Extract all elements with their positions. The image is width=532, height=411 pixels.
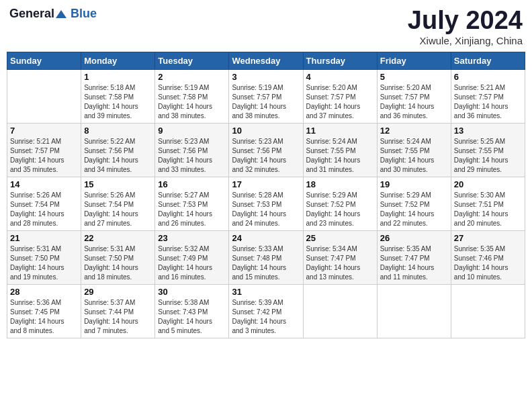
day-number: 11 [306, 126, 374, 136]
month-title: July 2024 [408, 7, 523, 35]
day-cell: 8Sunrise: 5:22 AM Sunset: 7:56 PM Daylig… [81, 123, 155, 177]
day-header-friday: Friday [377, 52, 451, 69]
day-info: Sunrise: 5:20 AM Sunset: 7:57 PM Dayligh… [380, 83, 448, 121]
day-info: Sunrise: 5:21 AM Sunset: 7:57 PM Dayligh… [454, 83, 522, 121]
logo-blue-text: Blue [71, 7, 97, 21]
day-header-wednesday: Wednesday [229, 52, 303, 69]
title-block: July 2024 Xiwule, Xinjiang, China [408, 7, 523, 46]
day-info: Sunrise: 5:34 AM Sunset: 7:47 PM Dayligh… [306, 244, 374, 282]
day-cell: 26Sunrise: 5:35 AM Sunset: 7:47 PM Dayli… [377, 230, 451, 284]
day-info: Sunrise: 5:24 AM Sunset: 7:55 PM Dayligh… [306, 137, 374, 175]
day-header-thursday: Thursday [303, 52, 377, 69]
day-cell [303, 284, 377, 338]
day-info: Sunrise: 5:19 AM Sunset: 7:58 PM Dayligh… [158, 83, 226, 121]
day-cell: 23Sunrise: 5:32 AM Sunset: 7:49 PM Dayli… [155, 230, 229, 284]
day-number: 28 [10, 287, 78, 297]
week-row-3: 14Sunrise: 5:26 AM Sunset: 7:54 PM Dayli… [7, 177, 525, 230]
day-number: 22 [84, 233, 152, 243]
day-cell: 13Sunrise: 5:25 AM Sunset: 7:55 PM Dayli… [451, 123, 525, 177]
calendar-table: SundayMondayTuesdayWednesdayThursdayFrid… [7, 52, 525, 338]
day-info: Sunrise: 5:24 AM Sunset: 7:55 PM Dayligh… [380, 137, 448, 175]
day-info: Sunrise: 5:31 AM Sunset: 7:50 PM Dayligh… [10, 244, 78, 282]
day-number: 31 [232, 287, 300, 297]
day-cell: 29Sunrise: 5:37 AM Sunset: 7:44 PM Dayli… [81, 284, 155, 338]
day-info: Sunrise: 5:18 AM Sunset: 7:58 PM Dayligh… [84, 83, 152, 121]
day-info: Sunrise: 5:23 AM Sunset: 7:56 PM Dayligh… [232, 137, 300, 175]
day-cell: 5Sunrise: 5:20 AM Sunset: 7:57 PM Daylig… [377, 69, 451, 123]
day-info: Sunrise: 5:28 AM Sunset: 7:53 PM Dayligh… [232, 191, 300, 228]
day-number: 6 [454, 72, 522, 82]
day-info: Sunrise: 5:22 AM Sunset: 7:56 PM Dayligh… [84, 137, 152, 175]
day-number: 18 [306, 179, 374, 189]
day-number: 21 [10, 233, 78, 243]
day-cell [451, 284, 525, 338]
day-info: Sunrise: 5:21 AM Sunset: 7:57 PM Dayligh… [10, 137, 78, 175]
day-number: 8 [84, 126, 152, 136]
day-cell: 10Sunrise: 5:23 AM Sunset: 7:56 PM Dayli… [229, 123, 303, 177]
day-info: Sunrise: 5:38 AM Sunset: 7:43 PM Dayligh… [158, 298, 226, 336]
day-header-tuesday: Tuesday [155, 52, 229, 69]
day-info: Sunrise: 5:23 AM Sunset: 7:56 PM Dayligh… [158, 137, 226, 175]
day-cell: 11Sunrise: 5:24 AM Sunset: 7:55 PM Dayli… [303, 123, 377, 177]
day-info: Sunrise: 5:29 AM Sunset: 7:52 PM Dayligh… [306, 191, 374, 228]
day-number: 13 [454, 126, 522, 136]
location-subtitle: Xiwule, Xinjiang, China [408, 35, 523, 46]
day-header-monday: Monday [81, 52, 155, 69]
day-cell: 12Sunrise: 5:24 AM Sunset: 7:55 PM Dayli… [377, 123, 451, 177]
day-cell [377, 284, 451, 338]
day-header-sunday: Sunday [7, 52, 81, 69]
day-info: Sunrise: 5:26 AM Sunset: 7:54 PM Dayligh… [84, 191, 152, 228]
day-number: 19 [380, 179, 448, 189]
day-cell: 19Sunrise: 5:29 AM Sunset: 7:52 PM Dayli… [377, 177, 451, 230]
day-cell: 3Sunrise: 5:19 AM Sunset: 7:57 PM Daylig… [229, 69, 303, 123]
day-number: 2 [158, 72, 226, 82]
day-cell: 21Sunrise: 5:31 AM Sunset: 7:50 PM Dayli… [7, 230, 81, 284]
day-number: 7 [10, 126, 78, 136]
day-number: 14 [10, 179, 78, 189]
day-info: Sunrise: 5:29 AM Sunset: 7:52 PM Dayligh… [380, 191, 448, 228]
day-cell: 18Sunrise: 5:29 AM Sunset: 7:52 PM Dayli… [303, 177, 377, 230]
day-number: 30 [158, 287, 226, 297]
day-info: Sunrise: 5:19 AM Sunset: 7:57 PM Dayligh… [232, 83, 300, 121]
day-info: Sunrise: 5:25 AM Sunset: 7:55 PM Dayligh… [454, 137, 522, 175]
day-cell: 9Sunrise: 5:23 AM Sunset: 7:56 PM Daylig… [155, 123, 229, 177]
day-number: 17 [232, 179, 300, 189]
day-cell: 20Sunrise: 5:30 AM Sunset: 7:51 PM Dayli… [451, 177, 525, 230]
day-number: 29 [84, 287, 152, 297]
day-cell: 14Sunrise: 5:26 AM Sunset: 7:54 PM Dayli… [7, 177, 81, 230]
day-cell [7, 69, 81, 123]
day-number: 20 [454, 179, 522, 189]
day-number: 10 [232, 126, 300, 136]
day-number: 25 [306, 233, 374, 243]
day-cell: 31Sunrise: 5:39 AM Sunset: 7:42 PM Dayli… [229, 284, 303, 338]
day-cell: 22Sunrise: 5:31 AM Sunset: 7:50 PM Dayli… [81, 230, 155, 284]
day-number: 3 [232, 72, 300, 82]
day-number: 16 [158, 179, 226, 189]
day-cell: 24Sunrise: 5:33 AM Sunset: 7:48 PM Dayli… [229, 230, 303, 284]
day-cell: 15Sunrise: 5:26 AM Sunset: 7:54 PM Dayli… [81, 177, 155, 230]
day-info: Sunrise: 5:20 AM Sunset: 7:57 PM Dayligh… [306, 83, 374, 121]
day-cell: 25Sunrise: 5:34 AM Sunset: 7:47 PM Dayli… [303, 230, 377, 284]
day-cell: 1Sunrise: 5:18 AM Sunset: 7:58 PM Daylig… [81, 69, 155, 123]
day-number: 1 [84, 72, 152, 82]
day-number: 12 [380, 126, 448, 136]
logo: General Blue [9, 7, 97, 21]
week-row-1: 1Sunrise: 5:18 AM Sunset: 7:58 PM Daylig… [7, 69, 525, 123]
day-cell: 30Sunrise: 5:38 AM Sunset: 7:43 PM Dayli… [155, 284, 229, 338]
day-number: 4 [306, 72, 374, 82]
day-number: 15 [84, 179, 152, 189]
logo-general-text: General [9, 7, 54, 21]
day-cell: 6Sunrise: 5:21 AM Sunset: 7:57 PM Daylig… [451, 69, 525, 123]
day-info: Sunrise: 5:26 AM Sunset: 7:54 PM Dayligh… [10, 191, 78, 228]
day-cell: 16Sunrise: 5:27 AM Sunset: 7:53 PM Dayli… [155, 177, 229, 230]
week-row-2: 7Sunrise: 5:21 AM Sunset: 7:57 PM Daylig… [7, 123, 525, 177]
day-number: 9 [158, 126, 226, 136]
day-cell: 17Sunrise: 5:28 AM Sunset: 7:53 PM Dayli… [229, 177, 303, 230]
day-info: Sunrise: 5:35 AM Sunset: 7:47 PM Dayligh… [380, 244, 448, 282]
day-info: Sunrise: 5:36 AM Sunset: 7:45 PM Dayligh… [10, 298, 78, 336]
week-row-5: 28Sunrise: 5:36 AM Sunset: 7:45 PM Dayli… [7, 284, 525, 338]
day-cell: 4Sunrise: 5:20 AM Sunset: 7:57 PM Daylig… [303, 69, 377, 123]
day-cell: 7Sunrise: 5:21 AM Sunset: 7:57 PM Daylig… [7, 123, 81, 177]
day-cell: 28Sunrise: 5:36 AM Sunset: 7:45 PM Dayli… [7, 284, 81, 338]
day-number: 5 [380, 72, 448, 82]
